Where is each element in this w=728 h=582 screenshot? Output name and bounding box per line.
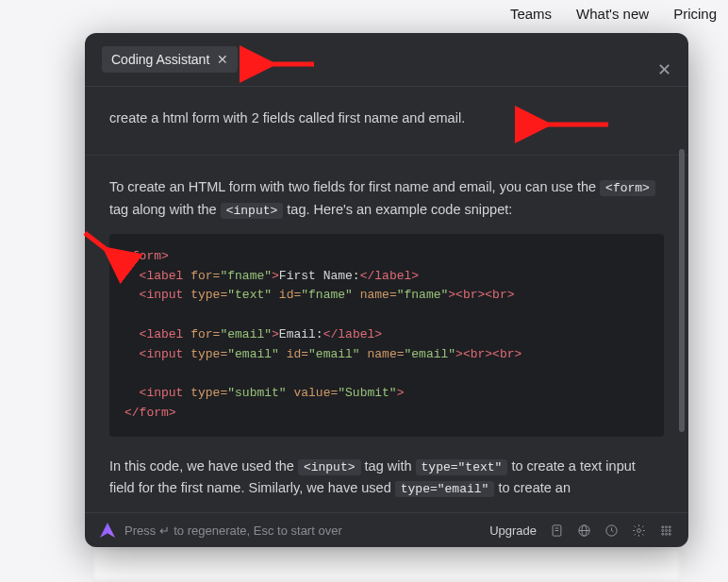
response-intro: To create an HTML form with two fields f… [109,176,664,220]
svg-point-12 [666,529,668,531]
scrollbar-thumb[interactable] [679,149,685,432]
grid-menu-icon[interactable] [659,524,673,538]
inline-tag-input2: <input> [298,459,361,475]
upgrade-link[interactable]: Upgrade [489,524,537,538]
code-text: First Name: [279,269,360,283]
nav-teams[interactable]: Teams [510,6,552,22]
code-attr: type= [190,386,227,400]
code-tag: <form> [124,249,169,263]
code-tag: <br><br> [463,347,521,361]
panel-footer: Press ↵ to regenerate, Esc to start over… [85,512,688,547]
code-str: "submit" [227,386,286,400]
code-str: "email" [220,327,272,341]
code-tag: > [272,269,279,283]
footer-actions: Upgrade [489,524,673,538]
user-prompt-text: create a html form with 2 fields called … [109,108,664,128]
svg-point-7 [637,528,641,532]
nav-whatsnew[interactable]: What's new [576,6,649,22]
app-logo-icon [100,523,115,538]
inline-tag-type-email: type="email" [395,481,495,497]
code-str: "text" [227,288,272,302]
code-tag: <input [140,288,191,302]
inline-tag-type-text: type="text" [416,459,508,475]
code-snippet[interactable]: <form> <label for="fname">First Name:</l… [109,234,664,437]
svg-point-13 [669,529,670,531]
code-str: "email" [227,347,279,361]
inline-tag-input: <input> [221,203,284,219]
svg-point-10 [669,525,670,527]
code-tag: </label> [323,327,382,341]
code-text: Email: [279,327,323,341]
code-str: "fname" [397,288,449,302]
svg-point-8 [662,525,664,527]
page-top-nav: Teams What's new Pricing [510,6,717,22]
panel-close-icon[interactable]: ✕ [657,59,671,80]
text: Press [124,524,156,538]
text: To create an HTML form with two fields f… [109,179,600,194]
panel-header: Coding Assistant ✕ ✕ [85,33,688,82]
assistant-panel: Coding Assistant ✕ ✕ create a html form … [85,33,688,547]
code-tag: </form> [124,406,176,420]
code-tag: > [397,386,405,400]
tab-chip-label: Coding Assistant [111,52,209,67]
tab-chip-close-icon[interactable]: ✕ [217,53,228,66]
code-tag: <input [140,347,191,361]
code-attr: name= [353,288,397,302]
code-attr: name= [360,347,405,361]
response-outro: In this code, we have used the <input> t… [109,456,664,499]
text: tag along with the [109,202,221,217]
code-tag: </label> [360,269,419,283]
enter-key-icon: ↵ [159,524,170,538]
svg-point-9 [666,525,668,527]
code-str: "email" [404,347,455,361]
inline-tag-form: <form> [600,180,655,196]
panel-body: create a html form with 2 fields called … [85,87,688,512]
code-str: "fname" [220,269,272,283]
prompt-divider [85,155,688,156]
code-str: "email" [308,347,360,361]
globe-icon[interactable] [577,524,591,538]
svg-point-16 [669,533,670,535]
code-attr: id= [272,288,301,302]
code-str: "fname" [301,288,353,302]
code-attr: for= [190,327,220,341]
document-icon[interactable] [550,524,564,538]
nav-pricing[interactable]: Pricing [673,6,717,22]
footer-hint: Press ↵ to regenerate, Esc to start over [124,524,342,538]
code-tag: <label [140,327,191,341]
code-tag: <br><br> [455,288,514,302]
svg-point-11 [662,529,664,531]
svg-point-14 [662,533,664,535]
text: to regenerate, Esc to start over [174,524,341,538]
code-attr: id= [279,347,308,361]
code-attr: value= [287,386,339,400]
code-tag: <label [140,269,191,283]
code-attr: for= [190,269,220,283]
code-tag: > [455,347,463,361]
code-attr: type= [190,288,227,302]
tab-chip-coding-assistant[interactable]: Coding Assistant ✕ [102,46,238,73]
text: In this code, we have used the [109,458,298,474]
text: to create an [498,480,571,495]
code-str: "Submit" [338,386,396,400]
gear-icon[interactable] [632,524,646,538]
text: tag with [365,458,416,474]
code-attr: type= [190,347,227,361]
clock-icon[interactable] [604,524,619,538]
code-tag: > [272,327,279,341]
code-tag: <input [140,386,191,400]
assistant-response: To create an HTML form with two fields f… [109,176,664,499]
code-tag: > [448,288,455,302]
text: tag. Here's an example code snippet: [287,202,512,217]
background-card [92,550,681,582]
svg-point-15 [666,533,668,535]
